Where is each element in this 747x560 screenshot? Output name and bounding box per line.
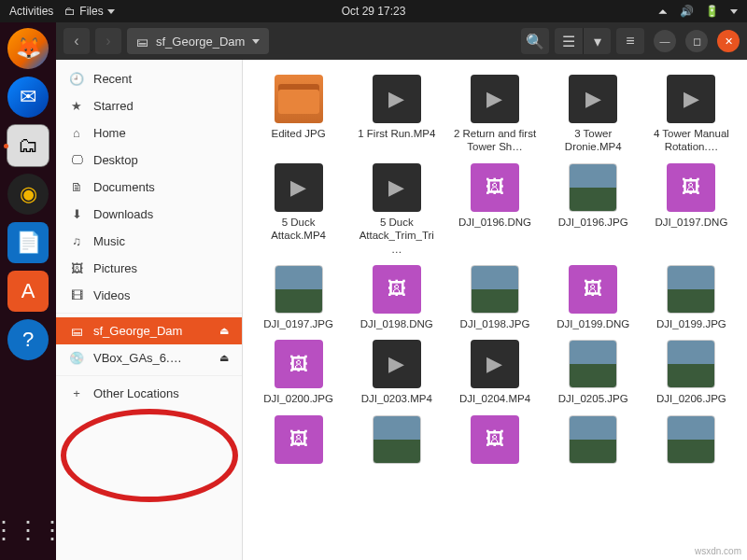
video-icon: ▶ (569, 75, 617, 123)
photo-thumbnail (275, 265, 323, 314)
file-item[interactable]: ▶4 Tower Manual Rotation.… (645, 75, 738, 154)
photo-thumbnail (667, 415, 715, 464)
drive-icon: 💿 (69, 351, 84, 365)
file-item[interactable]: 🖼DJI_0199.DNG (547, 265, 640, 330)
file-item[interactable]: 🖼 (252, 415, 345, 468)
file-item[interactable]: ▶2 Return and first Tower Sh… (448, 75, 541, 154)
sidebar-item-label: Starred (93, 99, 134, 113)
file-name: DJI_0197.DNG (655, 216, 727, 229)
close-button[interactable]: ✕ (717, 30, 740, 52)
sidebar-other-locations[interactable]: + Other Locations (56, 380, 242, 407)
file-item[interactable]: ▶1 First Run.MP4 (350, 75, 443, 154)
photo-thumbnail (667, 340, 715, 388)
image-icon: 🖼 (471, 415, 519, 464)
system-menu-chevron-icon[interactable] (730, 9, 738, 14)
file-item[interactable] (350, 415, 443, 468)
file-item[interactable] (645, 415, 738, 468)
nav-back-button[interactable]: ‹ (63, 28, 90, 54)
file-item[interactable]: ▶3 Tower Dronie.MP4 (547, 75, 640, 154)
sidebar-icon: ♫ (69, 234, 84, 248)
photo-thumbnail (569, 415, 617, 464)
view-list-button[interactable]: ☰ (555, 28, 583, 54)
app-menu[interactable]: 🗀 Files (64, 5, 114, 18)
sidebar: 🕘Recent★Starred⌂Home🖵Desktop🗎Documents⬇D… (56, 60, 243, 560)
photo-thumbnail (569, 340, 617, 388)
sidebar-item-label: Documents (93, 180, 155, 194)
path-chevron-icon (252, 39, 260, 44)
file-name: DJI_0199.DNG (557, 317, 629, 330)
sidebar-icon: 🕘 (69, 72, 84, 86)
file-item[interactable]: Edited JPG (252, 75, 345, 154)
dock-thunderbird[interactable]: ✉ (7, 77, 49, 118)
file-name: 4 Tower Manual Rotation.… (649, 127, 733, 154)
file-item[interactable]: DJI_0196.JPG (547, 163, 640, 256)
sidebar-mount[interactable]: 🖴sf_George_Dam⏏ (56, 317, 242, 344)
maximize-button[interactable]: ◻ (685, 30, 708, 52)
minimize-button[interactable]: — (654, 30, 676, 52)
nav-forward-button[interactable]: › (95, 28, 121, 54)
file-item[interactable]: ▶DJI_0204.MP4 (448, 340, 541, 405)
path-button[interactable]: 🖴 sf_George_Dam (127, 28, 269, 54)
image-icon: 🖼 (569, 265, 617, 314)
network-icon[interactable]: ⏶ (657, 5, 669, 18)
file-item[interactable]: ▶DJI_0203.MP4 (350, 340, 443, 405)
file-view[interactable]: Edited JPG▶1 First Run.MP4▶2 Return and … (243, 60, 747, 560)
file-item[interactable]: 🖼DJI_0196.DNG (448, 163, 541, 256)
file-item[interactable] (547, 415, 640, 468)
file-item[interactable]: 🖼 (448, 415, 541, 468)
sidebar-mount[interactable]: 💿VBox_GAs_6.…⏏ (56, 344, 242, 371)
sidebar-item-label: Videos (93, 288, 131, 302)
sidebar-item-documents[interactable]: 🗎Documents (56, 174, 242, 201)
file-item[interactable]: DJI_0206.JPG (645, 340, 738, 405)
sidebar-item-downloads[interactable]: ⬇Downloads (56, 201, 242, 228)
dock-files[interactable]: 🗂 (7, 125, 49, 166)
dock-ubuntu-software[interactable]: A (7, 271, 49, 312)
view-options-button[interactable]: ▾ (583, 28, 611, 54)
sidebar-item-videos[interactable]: 🎞Videos (56, 282, 242, 309)
clock[interactable]: Oct 29 17:23 (342, 5, 406, 18)
file-item[interactable]: 🖼DJI_0200.JPG (252, 340, 345, 405)
volume-icon[interactable]: 🔊 (680, 5, 694, 18)
file-item[interactable]: DJI_0197.JPG (252, 265, 345, 330)
sidebar-item-desktop[interactable]: 🖵Desktop (56, 147, 242, 174)
battery-icon[interactable]: 🔋 (705, 5, 719, 18)
dock-show-applications[interactable]: ⋮⋮⋮ (7, 510, 49, 551)
file-name: 5 Duck Attack.MP4 (257, 216, 341, 243)
hamburger-menu-button[interactable]: ≡ (616, 28, 644, 54)
video-icon: ▶ (667, 75, 715, 123)
image-icon: 🖼 (275, 415, 323, 464)
dock-rhythmbox[interactable]: ◉ (7, 174, 49, 215)
sidebar-item-home[interactable]: ⌂Home (56, 119, 242, 147)
sidebar-icon: 🖼 (69, 261, 84, 275)
file-item[interactable]: ▶5 Duck Attack.MP4 (252, 163, 345, 256)
file-item[interactable]: DJI_0198.JPG (448, 265, 541, 330)
video-icon: ▶ (373, 75, 421, 123)
sidebar-item-music[interactable]: ♫Music (56, 228, 242, 255)
activities-button[interactable]: Activities (9, 5, 53, 18)
image-icon: 🖼 (471, 163, 519, 212)
sidebar-item-label: Home (93, 126, 126, 140)
sidebar-item-starred[interactable]: ★Starred (56, 92, 242, 119)
file-item[interactable]: DJI_0205.JPG (547, 340, 640, 405)
sidebar-icon: ★ (69, 99, 84, 113)
search-button[interactable]: 🔍 (521, 28, 549, 54)
image-icon: 🖼 (667, 163, 715, 212)
eject-icon[interactable]: ⏏ (219, 325, 229, 337)
sidebar-item-label: sf_George_Dam (93, 324, 182, 338)
file-item[interactable]: 🖼DJI_0198.DNG (350, 265, 443, 330)
file-item[interactable]: 🖼DJI_0197.DNG (645, 163, 738, 256)
file-item[interactable]: ▶5 Duck Attack_Trim_Tri… (350, 163, 443, 256)
sidebar-item-recent[interactable]: 🕘Recent (56, 65, 242, 92)
dock-libreoffice-writer[interactable]: 📄 (7, 222, 49, 263)
files-app-icon: 🗀 (64, 5, 76, 18)
dock-help[interactable]: ? (7, 319, 49, 360)
sidebar-item-pictures[interactable]: 🖼Pictures (56, 255, 242, 282)
file-item[interactable]: DJI_0199.JPG (645, 265, 738, 330)
dock-firefox[interactable]: 🦊 (7, 28, 49, 69)
sidebar-icon: ⬇ (69, 207, 84, 221)
sidebar-item-label: Music (93, 234, 125, 248)
file-name: DJI_0203.MP4 (361, 392, 432, 405)
video-icon: ▶ (275, 163, 323, 212)
eject-icon[interactable]: ⏏ (219, 352, 229, 364)
sidebar-icon: 🖵 (69, 153, 84, 167)
